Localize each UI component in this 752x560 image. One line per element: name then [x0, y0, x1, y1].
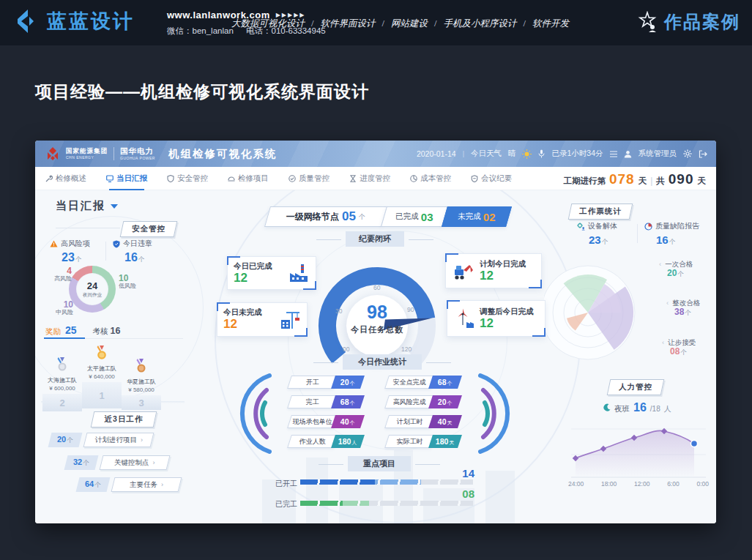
tab-minutes[interactable]: 会议纪要: [471, 167, 512, 190]
assess-label[interactable]: 考核: [93, 326, 108, 337]
service-item: 软件开发: [517, 18, 569, 30]
moon-icon: [603, 403, 611, 411]
podium-third: 华夏施工队 ¥ 580,000 3: [122, 359, 161, 410]
wind-turbine-icon: [453, 307, 475, 329]
username[interactable]: 系统管理员: [639, 149, 677, 159]
weather-value: 晴: [508, 149, 516, 159]
tab-label: 进度管控: [360, 173, 390, 184]
disassembly-value: 23: [589, 234, 601, 246]
reward-label[interactable]: 奖励: [45, 326, 61, 337]
brand-group: 国家能源集团 CHN ENERGY: [66, 148, 108, 160]
pill-high-risk-done: 高风险完成 20个: [387, 395, 460, 408]
check-badge-icon: [288, 175, 296, 182]
left-arc-decoration: [224, 370, 275, 460]
service-item: 大数据可视化设计: [231, 18, 305, 30]
quality-first-pass: 一次合格 20个: [659, 260, 693, 279]
key-projects-chip: 重点项目: [348, 456, 411, 471]
user-icon: [624, 150, 632, 158]
reward-active-underline: [44, 337, 85, 339]
factory-icon: [288, 263, 310, 283]
cases-button[interactable]: 作品案例: [636, 10, 740, 34]
period-total-unit: 天: [698, 176, 707, 187]
kp-finished-label: 已完工: [275, 499, 297, 509]
wrench-icon: [45, 175, 53, 182]
gear-icon[interactable]: [683, 149, 692, 158]
gauge-tick-90: 90: [407, 306, 414, 313]
tab-safety[interactable]: 安全管控: [167, 167, 208, 190]
period-prefix: 工期进行第: [563, 176, 606, 187]
pill-safety-points: 安全点完成 68个: [387, 376, 460, 389]
recent-item-3[interactable]: 主要任务: [111, 477, 182, 492]
period-unit: 天: [639, 176, 647, 187]
tab-overview[interactable]: 检修概述: [45, 167, 86, 190]
card-undone-today: 今日未完成 12: [217, 302, 308, 337]
assess-value: 16: [111, 326, 121, 336]
brand-company-cn: 国华电力: [120, 147, 155, 155]
left-panel-title-text: 当日汇报: [56, 199, 105, 213]
donut-callout-low: 10 低风险: [119, 274, 151, 290]
tab-label: 当日汇报: [116, 173, 147, 184]
list-icon[interactable]: [610, 151, 617, 157]
period-separator: |: [650, 176, 652, 186]
podium-rank: 1: [82, 382, 122, 408]
site-logo[interactable]: 蓝蓝设计: [12, 7, 135, 35]
card-planned-today: 计划今日完成 12: [445, 253, 542, 288]
site-logo-text: 蓝蓝设计: [47, 8, 135, 34]
podium-first: 太平施工队 ¥ 640,000 1: [82, 346, 122, 408]
pill-workers: 作业人数 180人: [289, 435, 362, 448]
violation-stat: 今日违章 16个: [113, 239, 152, 264]
tab-daily-report[interactable]: 当日汇报: [106, 167, 147, 190]
work-stats-chip: 今日作业统计: [343, 354, 422, 370]
pie-chart-icon: [644, 223, 652, 231]
left-panel-title[interactable]: 当日汇报: [56, 199, 118, 213]
banner-done: 已完成 03: [381, 206, 448, 227]
lanlan-logo-icon: [12, 7, 40, 35]
night-shift-stat: 夜班 16 /18 人: [603, 401, 671, 414]
podium-rank: 2: [42, 394, 82, 411]
night-shift-label: 夜班: [614, 404, 630, 414]
dashboard-header: 国家能源集团 CHN ENERGY 国华电力 GUOHUA POWER 机组检修…: [35, 141, 716, 167]
hourglass-icon: [349, 175, 357, 182]
gauge-tick-60: 60: [373, 284, 380, 291]
tab-progress[interactable]: 进度管控: [349, 167, 390, 190]
manpower-tag: 人力管控: [607, 379, 665, 395]
kp-started-value: 14: [442, 467, 474, 479]
pie-icon: [410, 175, 417, 182]
kp-finished-bar: [300, 501, 473, 506]
x-tick: 18:00: [601, 480, 617, 488]
podium-rank: 3: [122, 395, 161, 410]
tab-label: 成本管控: [420, 173, 451, 184]
caret-down-icon: [111, 204, 118, 209]
wechat-text: 微信：ben_lanlan: [167, 26, 234, 35]
weather-label: 今日天气: [471, 149, 502, 159]
card-done-today: 今日已完成 12: [227, 256, 316, 290]
network-nodes-banner: 一级网络节点 05 个 已完成 03 未完成 02: [267, 206, 509, 227]
recent-item-2[interactable]: 关键控制点: [100, 455, 171, 470]
high-risk-label: 高风险项: [61, 239, 90, 249]
excavator-icon: [452, 261, 475, 281]
night-shift-unit: 人: [664, 404, 671, 414]
right-arc-decoration: [474, 370, 526, 460]
crane-icon: [279, 310, 301, 330]
quality-rose-chart: [544, 258, 654, 367]
tab-quality[interactable]: 质量管控: [288, 167, 330, 190]
pill-contractors: 现场承包单位 40个: [289, 415, 362, 428]
gear-person-icon: [577, 223, 585, 231]
pill-started: 开工 20个: [289, 376, 362, 389]
bronze-medal-icon: [136, 363, 146, 376]
services-list: 大数据可视化设计 软件界面设计 网站建设 手机及小程序设计 软件开发: [231, 18, 569, 30]
schedule-progress: 工期进行第 078 天 | 共 090 天: [563, 167, 706, 190]
banner-nodes: 一级网络节点 05 个: [264, 206, 387, 227]
recent-item-1[interactable]: 计划进行项目: [83, 433, 155, 447]
logout-icon[interactable]: [699, 150, 707, 158]
donut-center-text: 夜间作业: [83, 292, 102, 299]
pill-actual-hours: 实际工时 180天: [387, 435, 460, 448]
tab-cost[interactable]: 成本管控: [410, 167, 451, 190]
microphone-icon[interactable]: [538, 149, 545, 158]
disassembly-stat: 设备解体 23个: [577, 221, 617, 247]
x-tick: 6:00: [667, 480, 680, 488]
tab-projects[interactable]: 检修项目: [228, 167, 269, 190]
brand-group-cn: 国家能源集团: [66, 148, 108, 154]
kp-started-bar: [300, 479, 473, 485]
task-gauge-chart: [311, 260, 443, 390]
